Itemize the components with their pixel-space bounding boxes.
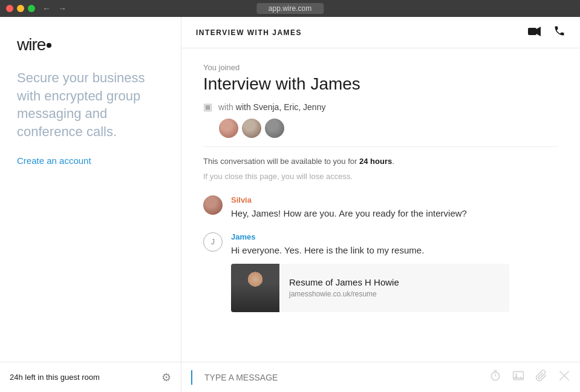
with-text: with with Svenja, Eric, Jenny	[218, 102, 325, 112]
interview-title: Interview with James	[203, 74, 558, 94]
close-button[interactable]	[6, 5, 13, 12]
sidebar-footer: 24h left in this guest room ⚙	[0, 362, 181, 392]
message-sender: Silvia	[231, 195, 558, 204]
url-bar[interactable]: app.wire.com	[256, 3, 324, 14]
with-line: ▣ with with Svenja, Eric, Jenny	[203, 101, 558, 113]
resume-image	[231, 264, 279, 312]
message-input[interactable]	[200, 373, 482, 382]
chat-title: INTERVIEW WITH JAMES	[196, 28, 302, 37]
resume-person-photo	[231, 264, 279, 312]
logo-dot	[47, 43, 51, 48]
phone-call-icon[interactable]	[553, 25, 565, 40]
participant-avatars	[219, 119, 558, 138]
back-button[interactable]: ←	[41, 4, 52, 13]
wire-logo: wire	[17, 35, 164, 54]
app-container: wire Secure your business with encrypted…	[0, 17, 580, 392]
window-controls	[6, 5, 35, 12]
svg-marker-8	[513, 376, 524, 379]
sidebar-tagline: Secure your business with encrypted grou…	[17, 69, 164, 141]
chat-bubble-icon: ▣	[203, 101, 212, 113]
availability-sub: If you close this page, you will lose ac…	[203, 172, 558, 181]
message-sender: James	[231, 232, 558, 241]
message-row: J James Hi everyone. Yes. Here is the li…	[203, 232, 558, 312]
chat-header-actions	[528, 25, 565, 40]
avatar-eric	[242, 119, 261, 138]
message-content: James Hi everyone. Yes. Here is the link…	[231, 232, 558, 312]
svg-point-7	[515, 374, 517, 376]
chat-input-area	[181, 362, 580, 392]
svg-point-2	[491, 372, 499, 380]
availability-notice: This conversation will be available to y…	[203, 146, 558, 168]
titlebar: ← → app.wire.com	[0, 0, 580, 17]
join-notice: You joined Interview with James ▣ with w…	[203, 63, 558, 181]
attachment-icon[interactable]	[535, 370, 547, 385]
minimize-button[interactable]	[17, 5, 24, 12]
message-text: Hey, James! How are you. Are you ready f…	[231, 207, 558, 221]
input-divider	[191, 370, 192, 385]
input-icons	[489, 370, 570, 385]
resume-url: jamesshowie.co.uk/resume	[289, 290, 399, 298]
browser-nav: ← →	[41, 4, 68, 13]
avatar-jenny	[265, 119, 284, 138]
maximize-button[interactable]	[28, 5, 35, 12]
svg-rect-0	[528, 28, 536, 35]
message-text: Hi everyone. Yes. Here is the link to my…	[231, 244, 558, 258]
message-row: Silvia Hey, James! How are you. Are you …	[203, 195, 558, 221]
guest-timer-label: 24h left in this guest room	[10, 373, 100, 382]
svg-marker-1	[536, 27, 541, 36]
chat-header: INTERVIEW WITH JAMES	[181, 17, 580, 48]
sidebar: wire Secure your business with encrypted…	[0, 17, 181, 392]
message-content: Silvia Hey, James! How are you. Are you …	[231, 195, 558, 221]
joined-text: You joined	[203, 63, 558, 72]
settings-icon[interactable]: ⚙	[161, 371, 171, 384]
image-icon[interactable]	[512, 370, 524, 385]
avatar-james: J	[203, 232, 223, 252]
timer-icon[interactable]	[489, 370, 501, 385]
chat-messages: You joined Interview with James ▣ with w…	[181, 48, 580, 362]
avatar-svenja	[219, 119, 238, 138]
forward-button[interactable]: →	[57, 4, 68, 13]
avatar-silvia	[203, 195, 223, 215]
video-call-icon[interactable]	[528, 25, 541, 39]
create-account-link[interactable]: Create an account	[17, 155, 164, 166]
resume-info: Resume of James H Howie jamesshowie.co.u…	[279, 264, 409, 312]
resume-card[interactable]: Resume of James H Howie jamesshowie.co.u…	[231, 264, 509, 312]
resume-title: Resume of James H Howie	[289, 277, 399, 287]
chat-area: INTERVIEW WITH JAMES You joi	[181, 17, 580, 392]
more-options-icon[interactable]	[558, 370, 570, 385]
